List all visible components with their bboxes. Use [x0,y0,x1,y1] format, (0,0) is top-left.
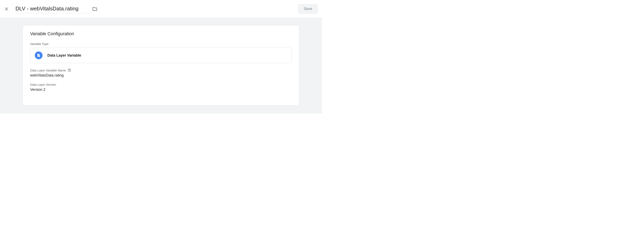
dlv-version-value: Version 2 [30,88,292,92]
close-icon [4,7,9,11]
variable-type-section: Variable Type Data Layer Variable [30,42,292,63]
close-button[interactable] [2,4,12,14]
variable-configuration-card[interactable]: Variable Configuration Variable Type Dat… [22,25,299,106]
folder-button[interactable] [91,5,98,12]
help-icon[interactable] [68,68,71,72]
folder-icon [92,6,98,12]
card-heading: Variable Configuration [30,31,292,36]
svg-point-3 [69,71,70,71]
dlv-name-label: Data Layer Variable Name [30,68,292,72]
dlv-version-label: Data Layer Version [30,83,292,86]
top-bar: Save [0,0,322,18]
variable-name-input[interactable] [15,5,88,13]
dlv-name-label-text: Data Layer Variable Name [30,68,66,72]
variable-type-value: Data Layer Variable [48,53,81,58]
variable-type-selector[interactable]: Data Layer Variable [30,48,292,63]
data-layer-variable-icon [35,52,42,59]
dlv-version-section: Data Layer Version Version 2 [30,83,292,92]
save-button[interactable]: Save [298,4,318,14]
dlv-name-section: Data Layer Variable Name webVitalsData.r… [30,68,292,78]
dlv-name-value: webVitalsData.rating [30,73,292,78]
title-wrap [15,5,298,13]
canvas: Variable Configuration Variable Type Dat… [0,18,322,114]
variable-type-label: Variable Type [30,42,292,46]
